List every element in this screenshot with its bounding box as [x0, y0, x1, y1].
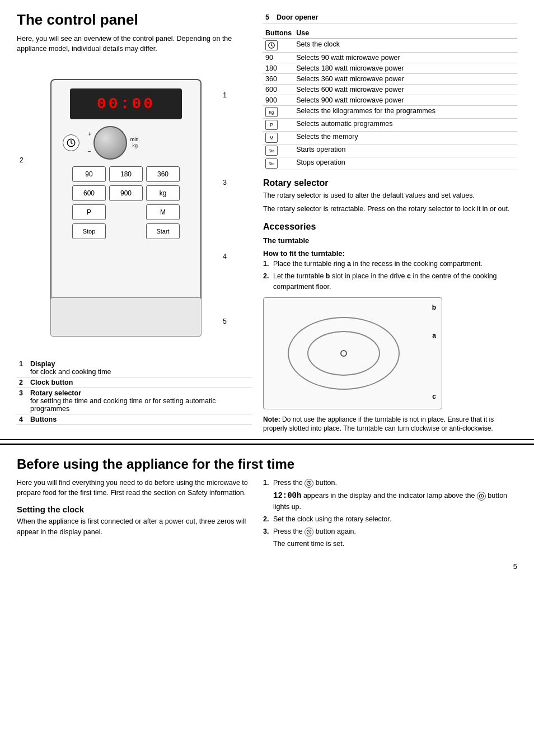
btn-row-stop: Sto Stops operation: [263, 157, 517, 170]
btn-row-m: M Selects the memory: [263, 132, 517, 144]
col-use: Use: [294, 27, 517, 39]
btn-row-360: 360 Selects 360 watt microwave power: [263, 74, 517, 85]
btn-use-900: Selects 900 watt microwave power: [294, 95, 517, 106]
turntable-steps: 1. Place the turntable ring a in the rec…: [263, 259, 517, 291]
btn-kg: kg: [146, 185, 180, 201]
p-icon-box: P: [265, 120, 278, 130]
btn-use-600: Selects 600 watt microwave power: [294, 85, 517, 95]
accessories-heading: Accessories: [263, 222, 517, 232]
btn-p: P: [72, 204, 106, 220]
turntable-label-a: a: [432, 332, 436, 339]
legend-num-4: 4: [17, 414, 28, 425]
minus-plus-labels: + −: [88, 131, 91, 155]
turntable-center-dot: [340, 350, 347, 357]
btn-900: 900: [109, 185, 143, 201]
btn-row-90: 90 Selects 90 watt microwave power: [263, 53, 517, 63]
btn-icon-180: 180: [263, 63, 294, 74]
btn-stop: Stop: [72, 223, 106, 239]
note-text: Note: Do not use the appliance if the tu…: [263, 415, 517, 434]
m-icon-box: M: [265, 133, 278, 143]
buttons-table: Buttons Use Sets the clock: [263, 27, 517, 170]
btn-icon-360: 360: [263, 74, 294, 85]
legend-row-2: 2 Clock button: [17, 377, 252, 388]
door-num: 5: [263, 11, 274, 24]
btn-row-kg: kg Selects the kilogrammes for the progr…: [263, 106, 517, 119]
rotary-selector-diagram: + − min.kg: [88, 126, 140, 160]
btn-icon-clock: [263, 39, 294, 53]
callout-5: 5: [223, 318, 227, 325]
clock-rotary-row: + − min.kg: [57, 126, 195, 160]
legend-label-3: Rotary selector for setting the time and…: [28, 388, 252, 414]
display-area: 00:00: [70, 88, 182, 119]
before-step-done: The current time is set.: [263, 539, 517, 549]
clock-inline-icon-2: [477, 492, 486, 501]
btn-icon-kg: kg: [263, 106, 294, 119]
turntable-outer-ring: [288, 317, 400, 390]
btn-icon-900: 900: [263, 95, 294, 106]
before-section-title: Before using the appliance for the first…: [17, 456, 517, 472]
page-number: 5: [513, 562, 517, 571]
door-handle-area: [50, 297, 202, 337]
btn-icon-stop: Sto: [263, 157, 294, 170]
btn-row-180: 180 Selects 180 watt microwave power: [263, 63, 517, 74]
callout-2: 2: [20, 156, 24, 164]
btn-row-600: 600 Selects 600 watt microwave power: [263, 85, 517, 95]
display-text: 00:00: [97, 95, 155, 113]
btn-m: M: [146, 204, 180, 220]
btn-icon-600: 600: [263, 85, 294, 95]
buttons-grid: 90 180 360 600 900 kg P M Stop Start: [72, 166, 180, 239]
legend-row-1: 1 Display for clock and cooking time: [17, 359, 252, 377]
rotary-knob: [93, 126, 127, 160]
parts-legend-table: 1 Display for clock and cooking time 2 C…: [17, 359, 252, 425]
btn-icon-m: M: [263, 132, 294, 144]
btn-row-900: 900 Selects 900 watt microwave power: [263, 95, 517, 106]
door-label: Door opener: [274, 11, 517, 24]
rotary-text-1: The rotary selector is used to alter the…: [263, 190, 517, 200]
rotary-selector-heading: Rotary selector: [263, 178, 517, 188]
turntable-diagram: b a c: [263, 297, 442, 409]
setting-clock-text: When the appliance is first connected or…: [17, 516, 252, 536]
btn-row-clock: Sets the clock: [263, 39, 517, 53]
legend-row-3: 3 Rotary selector for setting the time a…: [17, 388, 252, 414]
display-12-00: 12:00h: [273, 491, 301, 500]
btn-icon-90: 90: [263, 53, 294, 63]
btn-180: 180: [109, 166, 143, 182]
before-step-3: 3. Press the button again.: [263, 526, 517, 536]
turntable-label-c: c: [432, 393, 436, 400]
btn-empty: [109, 204, 143, 220]
turntable-step-2: 2. Let the turntable b slot in place in …: [263, 271, 517, 291]
col-buttons: Buttons: [263, 27, 294, 39]
how-to-fit-heading: How to fit the turntable:: [263, 249, 517, 258]
before-intro: Here you will find everything you need t…: [17, 478, 252, 498]
legend-label-4: Buttons: [28, 414, 252, 425]
setting-clock-heading: Setting the clock: [17, 505, 252, 514]
turntable-step-1: 1. Place the turntable ring a in the rec…: [263, 259, 517, 269]
btn-600: 600: [72, 185, 106, 201]
intro-text: Here, you will see an overview of the co…: [17, 34, 252, 54]
btn-use-clock: Sets the clock: [294, 39, 517, 53]
btn-empty2: [109, 223, 143, 239]
before-step-display: 12:00h appears in the display and the in…: [263, 490, 517, 511]
callout-4: 4: [223, 253, 227, 260]
btn-use-90: Selects 90 watt microwave power: [294, 53, 517, 63]
microwave-body: 00:00 + −: [50, 79, 202, 331]
microwave-diagram: 1 00:00: [17, 62, 229, 353]
btn-use-start: Starts operation: [294, 144, 517, 157]
min-kg-label: min.kg: [130, 137, 140, 149]
before-steps: 1. Press the button. 12:00h ap: [263, 478, 517, 549]
stop-icon-box: Sto: [265, 158, 278, 169]
btn-use-m: Selects the memory: [294, 132, 517, 144]
clock-button-icon: [63, 134, 79, 151]
btn-use-stop: Stops operation: [294, 157, 517, 170]
callout-3: 3: [223, 179, 227, 186]
page-title: The control panel: [17, 11, 252, 29]
turntable-inner-ring: [307, 331, 380, 376]
turntable-label-b: b: [432, 304, 436, 311]
btn-use-180: Selects 180 watt microwave power: [294, 63, 517, 74]
turntable-heading: The turntable: [263, 236, 517, 245]
legend-num-3: 3: [17, 388, 28, 414]
clock-icon-box: [265, 40, 278, 50]
legend-label-2: Clock button: [28, 377, 252, 388]
legend-num-1: 1: [17, 359, 28, 377]
legend-label-1: Display for clock and cooking time: [28, 359, 252, 377]
